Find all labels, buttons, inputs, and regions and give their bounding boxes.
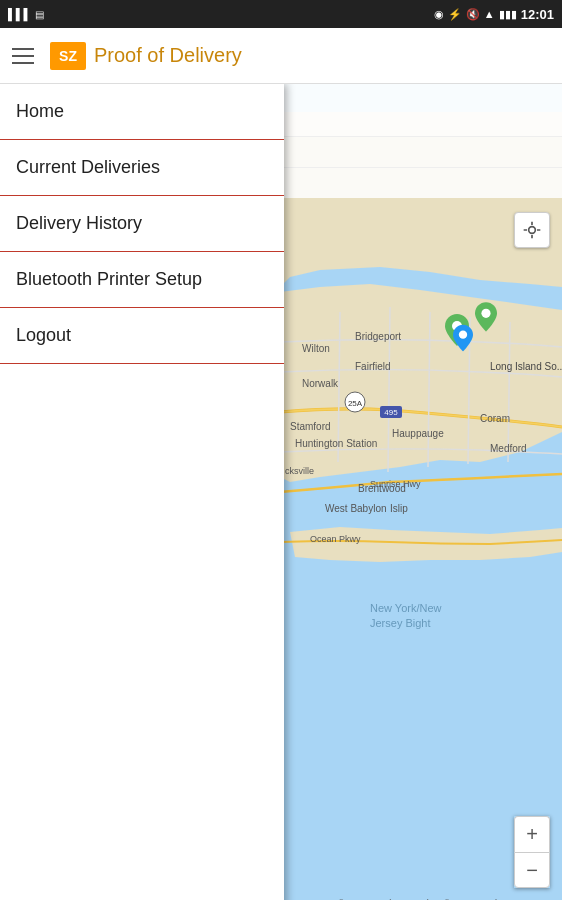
time-display: 12:01 (521, 7, 554, 22)
status-right-icons: ◉ ⚡ 🔇 ▲ ▮▮▮ 12:01 (434, 7, 554, 22)
battery-icon: ▮▮▮ (499, 8, 517, 21)
svg-point-30 (529, 227, 536, 234)
navigation-drawer: Home Current Deliveries Delivery History… (0, 84, 284, 900)
drawer-item-delivery-history[interactable]: Delivery History (0, 196, 284, 252)
svg-text:Medford: Medford (490, 443, 527, 454)
bluetooth-icon: ⚡ (448, 8, 462, 21)
svg-text:Fairfield: Fairfield (355, 361, 391, 372)
sim-icon: ▤ (35, 9, 44, 20)
drawer-item-bluetooth-printer[interactable]: Bluetooth Printer Setup (0, 252, 284, 308)
signal-icon: ▌▌▌ (8, 8, 31, 20)
drawer-label-home: Home (16, 101, 64, 122)
drawer-label-bluetooth-printer: Bluetooth Printer Setup (16, 269, 202, 290)
map-pin-blue[interactable] (453, 324, 473, 356)
drawer-label-delivery-history: Delivery History (16, 213, 142, 234)
zoom-in-button[interactable]: + (514, 816, 550, 852)
mute-icon: 🔇 (466, 8, 480, 21)
status-bar: ▌▌▌ ▤ ◉ ⚡ 🔇 ▲ ▮▮▮ 12:01 (0, 0, 562, 28)
app-header: SZ Proof of Delivery (0, 28, 562, 84)
svg-text:New York/New: New York/New (370, 602, 442, 614)
drawer-item-current-deliveries[interactable]: Current Deliveries (0, 140, 284, 196)
svg-point-28 (481, 309, 490, 318)
location-button[interactable] (514, 212, 550, 248)
svg-text:cksville: cksville (285, 466, 314, 476)
content-row: 25A 495 Wilton Bridgeport Fairfield Norw… (0, 84, 562, 900)
svg-text:Sunrise Hwy: Sunrise Hwy (370, 479, 421, 489)
drawer-item-logout[interactable]: Logout (0, 308, 284, 364)
zoom-out-button[interactable]: − (514, 852, 550, 888)
svg-marker-4 (290, 527, 562, 562)
drawer-label-logout: Logout (16, 325, 71, 346)
status-left-icons: ▌▌▌ ▤ (8, 8, 44, 20)
svg-point-29 (459, 331, 467, 339)
zoom-controls: + − (514, 816, 550, 888)
drawer-item-home[interactable]: Home (0, 84, 284, 140)
app-title: Proof of Delivery (94, 44, 242, 67)
map-pin-green2[interactable] (475, 302, 497, 336)
wifi-icon: ▲ (484, 8, 495, 20)
logo-text: SZ (59, 48, 77, 64)
svg-text:Huntington Station: Huntington Station (295, 438, 377, 449)
svg-text:West Babylon: West Babylon (325, 503, 387, 514)
svg-text:Ocean Pkwy: Ocean Pkwy (310, 534, 361, 544)
app-logo: SZ (50, 42, 86, 70)
svg-text:Norwalk: Norwalk (302, 378, 339, 389)
svg-text:Coram: Coram (480, 413, 510, 424)
svg-text:Islip: Islip (390, 503, 408, 514)
svg-text:Hauppauge: Hauppauge (392, 428, 444, 439)
svg-text:Long Island So...: Long Island So... (490, 361, 562, 372)
location-icon: ◉ (434, 8, 444, 21)
svg-text:Jersey Bight: Jersey Bight (370, 617, 431, 629)
svg-text:Bridgeport: Bridgeport (355, 331, 401, 342)
hamburger-menu-button[interactable] (12, 42, 40, 70)
svg-text:25A: 25A (348, 399, 363, 408)
main-area: 25A 495 Wilton Bridgeport Fairfield Norw… (0, 84, 562, 900)
svg-text:Wilton: Wilton (302, 343, 330, 354)
drawer-label-current-deliveries: Current Deliveries (16, 157, 160, 178)
svg-text:495: 495 (384, 408, 398, 417)
svg-text:Stamford: Stamford (290, 421, 331, 432)
